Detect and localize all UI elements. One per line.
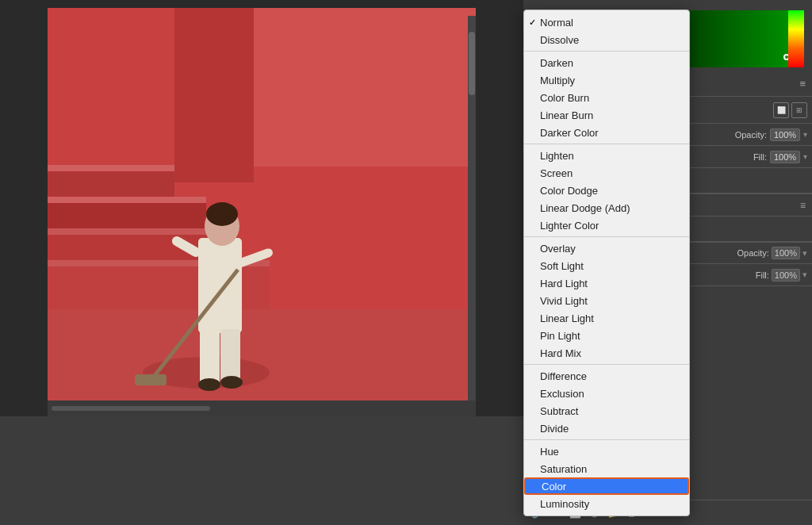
blend-saturation[interactable]: Saturation <box>524 460 689 477</box>
blend-soft-light[interactable]: Soft Light <box>524 257 689 274</box>
blend-hard-mix[interactable]: Hard Mix <box>524 344 689 362</box>
blend-color-burn[interactable]: Color Burn <box>524 89 689 106</box>
blend-luminosity[interactable]: Luminosity <box>524 495 689 512</box>
fill-value[interactable]: 100% <box>770 151 800 163</box>
blend-mode-menu[interactable]: ✓ Normal Dissolve Darken Multiply Color … <box>523 10 690 516</box>
fill-control: Fill: 100% ▾ <box>753 151 807 163</box>
blend-difference[interactable]: Difference <box>524 367 689 385</box>
svg-rect-13 <box>198 238 242 333</box>
blend-pin-light[interactable]: Pin Light <box>524 327 689 344</box>
svg-rect-8 <box>48 197 206 203</box>
horizontal-scrollbar[interactable] <box>52 406 210 411</box>
svg-rect-5 <box>174 8 254 182</box>
svg-rect-6 <box>254 8 476 167</box>
blend-lighter-color[interactable]: Lighter Color <box>524 217 689 234</box>
blend-screen[interactable]: Screen <box>524 164 689 182</box>
grid-icon[interactable]: ⊞ <box>791 102 807 118</box>
blend-hard-light[interactable]: Hard Light <box>524 274 689 292</box>
separator-3 <box>524 236 689 237</box>
blend-normal[interactable]: ✓ Normal <box>524 13 689 31</box>
opacity-arrow-2: ▾ <box>802 248 807 259</box>
opacity-value-2[interactable]: 100% <box>772 247 800 259</box>
svg-rect-23 <box>135 374 167 385</box>
canvas-area <box>0 0 523 525</box>
opacity-control: Opacity: 100% ▾ <box>735 128 807 141</box>
fill-value-2[interactable]: 100% <box>772 269 800 282</box>
paths-menu-icon[interactable]: ≡ <box>800 200 806 211</box>
opacity-label-2: Opacity: <box>737 248 769 258</box>
blend-exclusion[interactable]: Exclusion <box>524 385 689 402</box>
opacity-value[interactable]: 100% <box>770 128 800 141</box>
blend-divide[interactable]: Divide <box>524 420 689 437</box>
separator-4 <box>524 364 689 365</box>
blend-darker-color[interactable]: Darker Color <box>524 124 689 141</box>
blend-hue[interactable]: Hue <box>524 443 689 460</box>
blend-lighten[interactable]: Lighten <box>524 147 689 164</box>
fill-label: Fill: <box>753 152 767 162</box>
blend-darken[interactable]: Darken <box>524 54 689 71</box>
blend-color[interactable]: Color <box>524 477 689 495</box>
checkmark-icon: ✓ <box>529 17 536 28</box>
svg-rect-11 <box>48 309 476 400</box>
blend-linear-light[interactable]: Linear Light <box>524 309 689 327</box>
blend-linear-burn[interactable]: Linear Burn <box>524 106 689 124</box>
blend-subtract[interactable]: Subtract <box>524 402 689 420</box>
opacity-label: Opacity: <box>735 130 767 140</box>
blend-overlay[interactable]: Overlay <box>524 240 689 257</box>
blend-linear-dodge[interactable]: Linear Dodge (Add) <box>524 199 689 217</box>
blend-color-dodge[interactable]: Color Dodge <box>524 182 689 199</box>
blend-vivid-light[interactable]: Vivid Light <box>524 292 689 309</box>
svg-point-21 <box>220 376 243 389</box>
tab-menu-icon[interactable]: ≡ <box>799 78 806 90</box>
svg-rect-18 <box>200 329 220 385</box>
canvas-image <box>48 8 476 400</box>
svg-point-15 <box>206 202 238 226</box>
fill-label-2: Fill: <box>756 270 769 280</box>
separator-1 <box>524 51 689 52</box>
svg-point-20 <box>198 378 220 391</box>
vertical-scrollbar[interactable] <box>468 16 476 400</box>
blend-dissolve[interactable]: Dissolve <box>524 31 689 48</box>
separator-5 <box>524 439 689 440</box>
svg-rect-7 <box>48 165 174 171</box>
blend-multiply[interactable]: Multiply <box>524 71 689 89</box>
camera-icon[interactable]: ⬜ <box>773 102 789 118</box>
separator-2 <box>524 144 689 144</box>
opacity-arrow: ▾ <box>803 130 807 139</box>
fill-arrow-2: ▾ <box>802 270 807 280</box>
fill-arrow: ▾ <box>803 152 807 161</box>
